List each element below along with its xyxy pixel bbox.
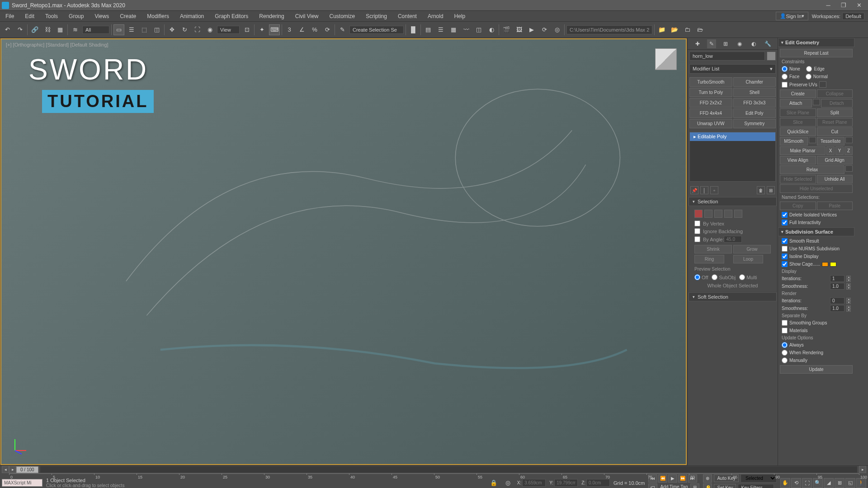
schematic-button[interactable]: ◫ <box>473 24 484 35</box>
view-align-button[interactable]: View Align <box>780 156 816 164</box>
preview-multi-radio[interactable] <box>739 274 745 280</box>
cage-color1-swatch[interactable] <box>822 262 828 267</box>
undo-button[interactable]: ↶ <box>2 24 13 35</box>
menu-file[interactable]: File <box>0 11 19 21</box>
modify-tab[interactable]: ✎ <box>707 39 716 48</box>
cut-button[interactable]: Cut <box>817 127 853 136</box>
placement-button[interactable]: ◉ <box>204 24 215 35</box>
remove-mod-button[interactable]: 🗑 <box>757 186 765 194</box>
selection-rollout-header[interactable]: Selection <box>689 197 777 206</box>
ribbon-button[interactable]: ▦ <box>448 24 459 35</box>
select-rect-button[interactable]: ⬚ <box>139 24 150 35</box>
lock-selection-button[interactable]: 🔒 <box>488 478 499 488</box>
set-folder-button[interactable]: 📂 <box>669 24 680 35</box>
preserve-settings-button[interactable] <box>819 81 826 88</box>
x-coord-input[interactable] <box>522 479 546 487</box>
modifier-chamfer[interactable]: Chamfer <box>733 77 776 87</box>
attach-button[interactable]: Attach <box>780 99 812 108</box>
update-manually-radio[interactable] <box>782 357 788 363</box>
display-smoothness-input[interactable] <box>830 283 844 290</box>
close-button[interactable]: ✕ <box>852 1 866 10</box>
smooth-result-checkbox[interactable] <box>782 238 788 244</box>
render-prod-button[interactable]: ▶ <box>526 24 537 35</box>
polygon-subobj-button[interactable] <box>724 210 732 218</box>
menu-views[interactable]: Views <box>89 11 114 21</box>
menu-group[interactable]: Group <box>63 11 89 21</box>
border-subobj-button[interactable] <box>714 210 722 218</box>
project-path[interactable] <box>566 25 652 34</box>
constraint-normal-radio[interactable] <box>806 74 811 80</box>
orbit-button[interactable]: ⟲ <box>791 478 801 488</box>
menu-customize[interactable]: Customize <box>324 11 361 21</box>
relax-button[interactable]: Relax <box>780 165 844 174</box>
soft-selection-rollout-header[interactable]: Soft Selection <box>689 292 777 301</box>
preserve-uvs-checkbox[interactable] <box>782 82 788 88</box>
make-planar-button[interactable]: Make Planar <box>780 146 826 155</box>
update-button[interactable]: Update <box>780 365 853 374</box>
filter-icon[interactable]: ≋ <box>70 24 80 35</box>
unhide-all-button[interactable]: Unhide All <box>817 175 853 183</box>
cage-color2-swatch[interactable] <box>830 262 836 267</box>
stack-item-editable-poly[interactable]: ▸ Editable Poly <box>690 132 775 141</box>
refcoord-dropdown[interactable]: View <box>217 26 240 34</box>
display-iterations-input[interactable] <box>830 275 844 282</box>
move-button[interactable]: ✥ <box>166 24 177 35</box>
key-mode-dropdown[interactable]: Selected <box>741 474 777 483</box>
modifier-edit-poly[interactable]: Edit Poly <box>733 108 776 118</box>
timeline-left-button[interactable]: ◂ <box>2 466 9 473</box>
modifier-ffd-4x4x4[interactable]: FFD 4x4x4 <box>689 108 732 118</box>
subdivision-header[interactable]: Subdivision Surface <box>778 227 854 236</box>
maximize-button[interactable]: ❐ <box>836 1 851 10</box>
viewport[interactable]: [+] [Orthographic] [Standard] [Default S… <box>1 39 686 464</box>
curve-editor-button[interactable]: 〰 <box>461 24 472 35</box>
menu-create[interactable]: Create <box>114 11 142 21</box>
tessellate-settings-button[interactable] <box>845 137 853 143</box>
nurms-checkbox[interactable] <box>782 246 788 252</box>
utilities-tab[interactable]: 🔧 <box>763 39 772 48</box>
zoom-all-button[interactable]: ⊞ <box>835 478 844 488</box>
modifier-ffd-2x2x2[interactable]: FFD 2x2x2 <box>689 98 732 108</box>
scale-button[interactable]: ⛶ <box>192 24 203 35</box>
full-interactivity-checkbox[interactable] <box>782 220 788 225</box>
rotate-button[interactable]: ↻ <box>179 24 190 35</box>
bind-button[interactable]: ▦ <box>55 24 66 35</box>
ring-button[interactable]: Ring <box>694 255 724 263</box>
frame-indicator[interactable]: 0 / 100 <box>16 466 38 473</box>
grow-button[interactable]: Grow <box>733 245 771 253</box>
render-setup-button[interactable]: 🎬 <box>501 24 512 35</box>
timeline-track[interactable] <box>40 466 857 473</box>
create-tab[interactable]: ✚ <box>693 39 702 48</box>
viewport-label[interactable]: [+] [Orthographic] [Standard] [Default S… <box>6 42 108 47</box>
mirror-button[interactable]: ▐▌ <box>408 24 419 35</box>
angle-snap-button[interactable]: ∠ <box>297 24 307 35</box>
maxscript-listener[interactable] <box>2 479 42 487</box>
menu-help[interactable]: Help <box>449 11 471 21</box>
y-coord-input[interactable] <box>554 479 578 487</box>
preview-off-radio[interactable] <box>694 274 700 280</box>
reset-folder-button[interactable]: 🗀 <box>682 24 693 35</box>
edge-subobj-button[interactable] <box>704 210 712 218</box>
planar-x-button[interactable]: X <box>826 146 835 155</box>
workspace-selector[interactable]: Workspaces: Default <box>812 13 868 20</box>
render-iter-button[interactable]: ⟳ <box>539 24 550 35</box>
percent-snap-button[interactable]: % <box>309 24 320 35</box>
edit-selset-button[interactable]: ✎ <box>337 24 348 35</box>
show-end-button[interactable]: │ <box>700 186 708 194</box>
next-frame-button[interactable]: ⏩ <box>678 474 687 483</box>
modifier-shell[interactable]: Shell <box>733 88 776 97</box>
key-mode-button[interactable]: ⊕ <box>703 474 712 483</box>
object-name-field[interactable] <box>689 52 765 61</box>
layer-button[interactable]: ☰ <box>435 24 446 35</box>
selection-filter[interactable]: All <box>82 26 109 34</box>
keyboard-button[interactable]: ⌨ <box>269 24 280 35</box>
split-button[interactable]: Split <box>817 108 853 117</box>
align-button[interactable]: ▤ <box>423 24 434 35</box>
modifier-list-dropdown[interactable]: Modifier List▾ <box>689 64 776 74</box>
constraint-edge-radio[interactable] <box>806 66 812 72</box>
spinner-snap-button[interactable]: ⟳ <box>322 24 333 35</box>
timeline-right-button[interactable]: ▸ <box>859 466 866 473</box>
ignore-backfacing-checkbox[interactable] <box>694 228 700 234</box>
repeat-last-button[interactable]: Repeat Last <box>780 49 853 57</box>
manip-button[interactable]: ✦ <box>256 24 267 35</box>
redo-button[interactable]: ↷ <box>14 24 25 35</box>
